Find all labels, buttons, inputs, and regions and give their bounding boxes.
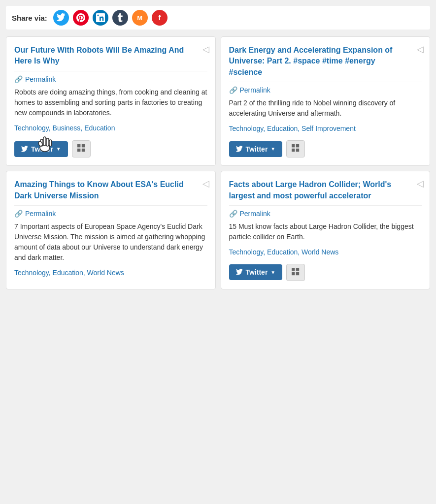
card-2-excerpt: Part 2 of the thrilling ride to Nobel wi… bbox=[229, 98, 422, 119]
card-3-share-icon[interactable]: ◁ bbox=[202, 178, 209, 189]
card-2-caret: ▼ bbox=[270, 146, 275, 152]
share-pinterest-icon[interactable] bbox=[73, 10, 89, 26]
card-3-tags: Technology, Education, World News bbox=[14, 269, 207, 277]
share-linkedin-icon[interactable] bbox=[93, 10, 108, 26]
card-3-permalink[interactable]: 🔗 Permalink bbox=[14, 205, 207, 218]
card-2-share-more-button[interactable] bbox=[286, 140, 305, 158]
card-2-twitter-button[interactable]: Twitter ▼ bbox=[229, 141, 283, 157]
share-bar: Share via: M f bbox=[6, 6, 430, 30]
card-4-tags: Technology, Education, World News bbox=[229, 248, 422, 256]
card-4-footer: Twitter ▼ bbox=[229, 260, 422, 281]
card-4-permalink[interactable]: 🔗 Permalink bbox=[229, 205, 422, 218]
card-4-title[interactable]: Facts about Large Hadron Collider; World… bbox=[229, 179, 422, 201]
card-3-title[interactable]: Amazing Things to Know About ESA's Eucli… bbox=[14, 179, 207, 201]
link-icon: 🔗 bbox=[14, 75, 23, 83]
link-icon-2: 🔗 bbox=[229, 86, 237, 94]
svg-rect-11 bbox=[296, 144, 299, 147]
share-twitter-icon[interactable] bbox=[53, 10, 69, 26]
card-2-footer: Twitter ▼ bbox=[229, 136, 422, 158]
share-flipboard-icon[interactable]: f bbox=[152, 10, 168, 26]
svg-rect-1 bbox=[82, 144, 85, 147]
card-2-permalink[interactable]: 🔗 Permalink bbox=[229, 82, 422, 94]
share-label: Share via: bbox=[12, 14, 47, 22]
card-1-footer: Twitter ▼ bbox=[14, 136, 207, 158]
card-2: Dark Energy and Accelerating Expansion o… bbox=[221, 36, 431, 166]
svg-rect-12 bbox=[292, 149, 295, 152]
card-1-share-more-button[interactable] bbox=[72, 140, 91, 158]
card-1-excerpt: Robots are doing amazing things, from co… bbox=[14, 87, 207, 118]
share-tumblr-icon[interactable] bbox=[112, 10, 128, 26]
svg-rect-3 bbox=[82, 149, 85, 152]
svg-rect-17 bbox=[296, 272, 299, 275]
svg-rect-2 bbox=[77, 149, 80, 152]
card-3-excerpt: 7 Important aspects of European Space Ag… bbox=[14, 221, 207, 263]
card-1-tags: Technology, Business, Education bbox=[14, 124, 207, 132]
card-4-share-icon[interactable]: ◁ bbox=[417, 178, 424, 189]
card-4: Facts about Large Hadron Collider; World… bbox=[221, 171, 431, 289]
card-1: Our Future With Robots Will Be Amazing A… bbox=[6, 36, 216, 166]
card-1-title[interactable]: Our Future With Robots Will Be Amazing A… bbox=[14, 45, 207, 67]
card-4-caret: ▼ bbox=[270, 270, 275, 275]
cards-grid: Our Future With Robots Will Be Amazing A… bbox=[6, 36, 430, 289]
svg-rect-0 bbox=[77, 144, 80, 147]
card-1-permalink[interactable]: 🔗 Permalink bbox=[14, 71, 207, 83]
card-3: Amazing Things to Know About ESA's Eucli… bbox=[6, 171, 216, 289]
link-icon-3: 🔗 bbox=[14, 210, 23, 218]
card-4-excerpt: 15 Must know facts about Large Hadron Co… bbox=[229, 221, 422, 242]
svg-rect-14 bbox=[292, 268, 295, 271]
card-1-twitter-label: Twitter bbox=[31, 145, 53, 153]
card-4-twitter-button[interactable]: Twitter ▼ bbox=[229, 264, 283, 280]
card-2-title[interactable]: Dark Energy and Accelerating Expansion o… bbox=[229, 45, 422, 78]
svg-rect-15 bbox=[296, 268, 299, 271]
svg-rect-10 bbox=[292, 144, 295, 147]
card-2-share-icon[interactable]: ◁ bbox=[417, 44, 424, 55]
card-4-share-more-button[interactable] bbox=[286, 264, 305, 281]
card-1-twitter-button[interactable]: Twitter ▼ bbox=[14, 141, 68, 157]
svg-rect-13 bbox=[296, 149, 299, 152]
card-2-tags: Technology, Education, Self Improvement bbox=[229, 125, 422, 132]
svg-rect-16 bbox=[292, 272, 295, 275]
card-1-share-icon[interactable]: ◁ bbox=[202, 44, 209, 55]
share-mix-icon[interactable]: M bbox=[132, 10, 148, 26]
link-icon-4: 🔗 bbox=[229, 210, 237, 218]
card-1-caret: ▼ bbox=[56, 146, 61, 152]
card-2-twitter-label: Twitter bbox=[246, 145, 268, 153]
card-4-twitter-label: Twitter bbox=[246, 268, 268, 276]
